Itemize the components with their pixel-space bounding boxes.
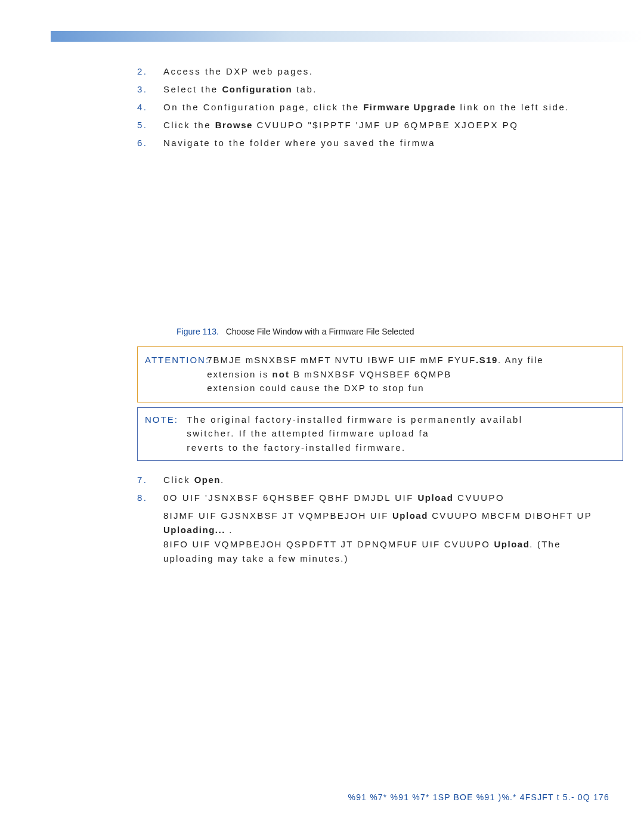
step-text: Access the DXP web pages. xyxy=(163,66,314,76)
instruction-steps: 2. Access the DXP web pages. 3. Select t… xyxy=(137,64,644,150)
attention-line1a: 7BMJE mSNXBSF mMFT NVTU IBWF UIF mMF FYU… xyxy=(207,355,476,365)
footer-text: %91 %7* %91 %7* 1SP BOE %91 )%.* 4FSJFT … xyxy=(348,792,609,802)
attention-label: ATTENTION: xyxy=(145,353,205,367)
step-number: 3. xyxy=(137,82,148,97)
step-bold: Firmware Upgrade xyxy=(363,102,456,112)
s8-uploading: Uploading... xyxy=(163,525,225,535)
step-text-pre: Click the xyxy=(163,120,215,130)
step-number: 8. xyxy=(137,491,148,505)
instruction-steps-cont: 7. Click Open. 8. 0O UIF 'JSNXBSF 6QHSBE… xyxy=(137,473,644,505)
step-text-post: tab. xyxy=(292,84,317,94)
step-text-pre: 0O UIF 'JSNXBSF 6QHSBEF QBHF DMJDL UIF xyxy=(163,493,418,503)
step-text-post: CVUUPO xyxy=(453,493,504,503)
step-5: 5. Click the Browse CVUUPO "$IPPTF 'JMF … xyxy=(137,118,644,132)
step-3: 3. Select the Configuration tab. xyxy=(137,82,644,97)
note-line1: The original factory-installed firmware … xyxy=(187,414,523,425)
step-text-pre: On the Configuration page, click the xyxy=(163,102,363,112)
attention-box: ATTENTION: 7BMJE mSNXBSF mMFT NVTU IBWF … xyxy=(137,346,623,402)
step-text-post: link on the left side. xyxy=(456,102,569,112)
step-8: 8. 0O UIF 'JSNXBSF 6QHSBEF QBHF DMJDL UI… xyxy=(137,491,644,505)
s8-line1a: 8IJMF UIF GJSNXBSF JT VQMPBEJOH UIF xyxy=(163,510,392,521)
page-footer: %91 %7* %91 %7* 1SP BOE %91 )%.* 4FSJFT … xyxy=(0,792,609,802)
attention-text: 7BMJE mSNXBSF mMFT NVTU IBWF UIF mMF FYU… xyxy=(207,353,612,395)
step-bold: Browse xyxy=(215,120,253,130)
step-8-body: 8IJMF UIF GJSNXBSF JT VQMPBEJOH UIF Uplo… xyxy=(137,509,644,566)
step-number: 4. xyxy=(137,100,148,114)
step-bold: Open xyxy=(194,475,221,485)
attention-not: not xyxy=(273,369,290,379)
note-text: The original factory-installed firmware … xyxy=(187,413,610,454)
s8-upload1: Upload xyxy=(392,510,428,521)
figure-placeholder xyxy=(137,154,644,318)
s8-line2c: . (The xyxy=(530,539,561,549)
note-line2: switcher. If the attempted firmware uplo… xyxy=(187,428,429,438)
attention-line2a: extension is xyxy=(207,369,272,379)
step-text-post: . xyxy=(221,475,225,485)
step-7: 7. Click Open. xyxy=(137,473,644,487)
step-text: Navigate to the folder where you saved t… xyxy=(163,138,435,148)
figure-caption: Figure 113. Choose File Window with a Fi… xyxy=(177,325,644,338)
s8-upload2: Upload xyxy=(494,539,530,549)
step-text-pre: Select the xyxy=(163,84,222,94)
main-content: 2. Access the DXP web pages. 3. Select t… xyxy=(137,64,644,566)
step-bold: Upload xyxy=(418,493,454,503)
attention-line3: extension could cause the DXP to stop fu… xyxy=(207,383,424,393)
step-number: 5. xyxy=(137,118,148,132)
figure-label: Figure 113. xyxy=(177,327,219,336)
step-6: 6. Navigate to the folder where you save… xyxy=(137,136,644,150)
step-number: 7. xyxy=(137,473,148,487)
step-text-pre: Click xyxy=(163,475,194,485)
attention-line2c: B mSNXBSF VQHSBEF 6QMPB xyxy=(290,369,451,379)
step-number: 6. xyxy=(137,136,148,150)
step-number: 2. xyxy=(137,64,148,79)
step-text-post: CVUUPO "$IPPTF 'JMF UP 6QMPBE XJOEPX PQ xyxy=(253,120,518,130)
s8-line1e: . xyxy=(225,525,233,535)
step-2: 2. Access the DXP web pages. xyxy=(137,64,644,79)
figure-text: Choose File Window with a Firmware File … xyxy=(226,327,414,336)
note-label: NOTE: xyxy=(145,413,184,426)
step-bold: Configuration xyxy=(222,84,292,94)
step-4: 4. On the Configuration page, click the … xyxy=(137,100,644,114)
note-line3: reverts to the factory-installed firmwar… xyxy=(187,442,406,453)
header-gradient-band xyxy=(51,31,644,42)
attention-line1c: . Any file xyxy=(498,355,544,365)
s8-line1c: CVUUPO MBCFM DIBOHFT UP xyxy=(428,510,592,521)
s8-line3: uploading may take a few minutes.) xyxy=(163,553,349,563)
note-box: NOTE: The original factory-installed fir… xyxy=(137,407,623,461)
s8-line2a: 8IFO UIF VQMPBEJOH QSPDFTT JT DPNQMFUF U… xyxy=(163,539,490,549)
attention-s19: .S19 xyxy=(476,355,498,365)
